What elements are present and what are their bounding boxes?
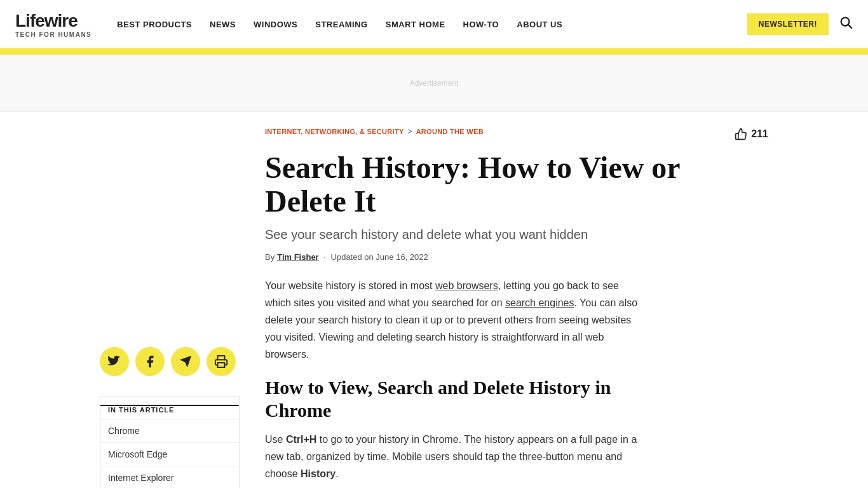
- web-browsers-link[interactable]: web browsers: [435, 280, 498, 291]
- thumbs-up-icon: [735, 128, 747, 140]
- toc-item-chrome[interactable]: Chrome: [100, 419, 239, 443]
- article-title: Search History: How to View or Delete It: [265, 151, 768, 219]
- twitter-share-button[interactable]: [100, 347, 129, 376]
- nav-about-us[interactable]: ABOUT US: [517, 20, 562, 29]
- telegram-icon: [179, 355, 193, 369]
- nav-windows[interactable]: WINDOWS: [254, 20, 297, 29]
- logo-tagline: TECH FOR HUMANS: [15, 31, 92, 38]
- nav-smart-home[interactable]: SMART HOME: [386, 20, 445, 29]
- telegram-share-button[interactable]: [171, 347, 200, 376]
- right-column: INTERNET, NETWORKING, & SECURITY > AROUN…: [265, 112, 768, 488]
- svg-line-1: [848, 25, 851, 28]
- nav-news[interactable]: NEWS: [210, 20, 236, 29]
- search-button[interactable]: [839, 15, 853, 33]
- article-subtitle: See your search history and delete what …: [265, 227, 768, 242]
- article-body: Your website history is stored in most w…: [265, 277, 646, 483]
- ad-placeholder: Advertisement: [410, 79, 459, 88]
- twitter-icon: [107, 355, 121, 369]
- author-link[interactable]: Tim Fisher: [277, 252, 319, 262]
- section1-paragraph: Use Ctrl+H to go to your history in Chro…: [265, 431, 646, 483]
- author-label: By: [265, 252, 275, 262]
- toc-item-ie[interactable]: Internet Explorer: [100, 466, 239, 488]
- print-icon: [214, 355, 228, 369]
- updated-date: Updated on June 16, 2022: [331, 252, 428, 262]
- facebook-icon: [143, 355, 157, 369]
- logo-text: Lifewire: [15, 11, 92, 31]
- svg-rect-2: [218, 363, 225, 367]
- search-engines-link[interactable]: search engines: [505, 297, 574, 308]
- main-nav: BEST PRODUCTS NEWS WINDOWS STREAMING SMA…: [117, 20, 732, 29]
- content-wrapper: IN THIS ARTICLE Chrome Microsoft Edge In…: [85, 112, 783, 488]
- nav-how-to[interactable]: HOW-TO: [463, 20, 499, 29]
- toc-box: IN THIS ARTICLE Chrome Microsoft Edge In…: [100, 396, 240, 488]
- toc-list: Chrome Microsoft Edge Internet Explorer …: [100, 419, 239, 488]
- search-icon: [839, 15, 853, 29]
- top-meta-row: INTERNET, NETWORKING, & SECURITY > AROUN…: [265, 127, 768, 146]
- left-column: IN THIS ARTICLE Chrome Microsoft Edge In…: [100, 112, 240, 488]
- nav-best-products[interactable]: BEST PRODUCTS: [117, 20, 192, 29]
- toc-title: IN THIS ARTICLE: [100, 405, 239, 419]
- intro-paragraph: Your website history is stored in most w…: [265, 277, 646, 363]
- two-col-layout: IN THIS ARTICLE Chrome Microsoft Edge In…: [100, 112, 768, 488]
- toc-item-edge[interactable]: Microsoft Edge: [100, 443, 239, 466]
- like-count: 211: [751, 128, 768, 140]
- meta-separator: ·: [322, 252, 329, 262]
- ad-banner: Advertisement: [0, 55, 868, 112]
- facebook-share-button[interactable]: [135, 347, 165, 376]
- history-bold: History: [301, 468, 336, 479]
- section1-heading: How to View, Search and Delete History i…: [265, 376, 646, 422]
- article-meta: By Tim Fisher · Updated on June 16, 2022: [265, 252, 768, 262]
- ctrl-h-shortcut: Ctrl+H: [286, 434, 316, 445]
- newsletter-button[interactable]: NEWSLETTER!: [747, 13, 829, 35]
- breadcrumb-current-link[interactable]: AROUND THE WEB: [416, 128, 484, 135]
- nav-streaming[interactable]: STREAMING: [315, 20, 368, 29]
- breadcrumb: INTERNET, NETWORKING, & SECURITY > AROUN…: [265, 127, 484, 136]
- logo-link[interactable]: Lifewire TECH FOR HUMANS: [15, 11, 92, 38]
- site-header: Lifewire TECH FOR HUMANS BEST PRODUCTS N…: [0, 0, 868, 51]
- like-area: 211: [735, 128, 768, 140]
- print-share-button[interactable]: [207, 347, 236, 376]
- breadcrumb-parent-link[interactable]: INTERNET, NETWORKING, & SECURITY: [265, 128, 404, 135]
- breadcrumb-separator: >: [408, 127, 412, 136]
- social-share: [100, 347, 240, 376]
